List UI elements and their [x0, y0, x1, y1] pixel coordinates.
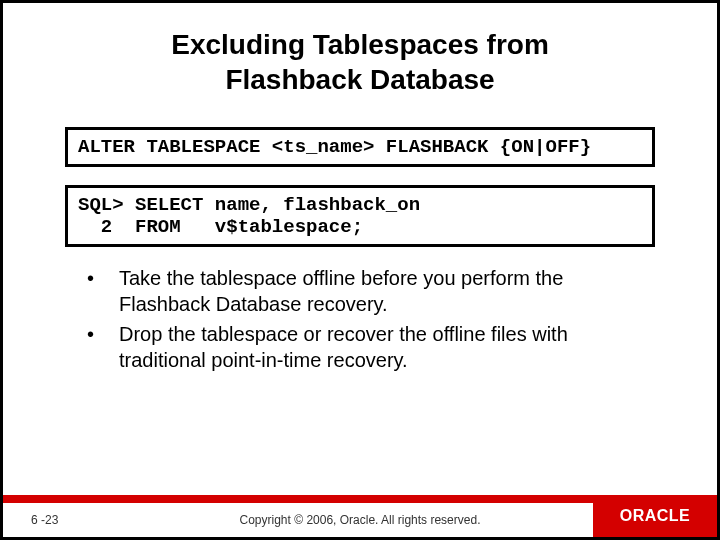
bullet-list: • Take the tablespace offline before you…	[65, 265, 655, 373]
oracle-logo: ORACLE	[593, 495, 717, 537]
list-item: • Take the tablespace offline before you…	[75, 265, 655, 317]
slide: Excluding Tablespaces from Flashback Dat…	[0, 0, 720, 540]
bullet-icon: •	[75, 265, 119, 291]
title-line-1: Excluding Tablespaces from	[171, 29, 549, 60]
bullet-text: Take the tablespace offline before you p…	[119, 265, 655, 317]
footer-lower: 6 -23 Copyright © 2006, Oracle. All righ…	[3, 503, 717, 537]
content-area: ALTER TABLESPACE <ts_name> FLASHBACK {ON…	[3, 97, 717, 495]
title-line-2: Flashback Database	[225, 64, 494, 95]
bullet-icon: •	[75, 321, 119, 347]
code-box-alter: ALTER TABLESPACE <ts_name> FLASHBACK {ON…	[65, 127, 655, 167]
copyright-text: Copyright © 2006, Oracle. All rights res…	[240, 513, 481, 527]
bullet-text: Drop the tablespace or recover the offli…	[119, 321, 655, 373]
footer: 6 -23 Copyright © 2006, Oracle. All righ…	[3, 495, 717, 537]
oracle-logo-text: ORACLE	[620, 507, 691, 525]
list-item: • Drop the tablespace or recover the off…	[75, 321, 655, 373]
page-number: 6 -23	[3, 513, 123, 527]
slide-title: Excluding Tablespaces from Flashback Dat…	[3, 27, 717, 97]
code-box-select: SQL> SELECT name, flashback_on 2 FROM v$…	[65, 185, 655, 247]
